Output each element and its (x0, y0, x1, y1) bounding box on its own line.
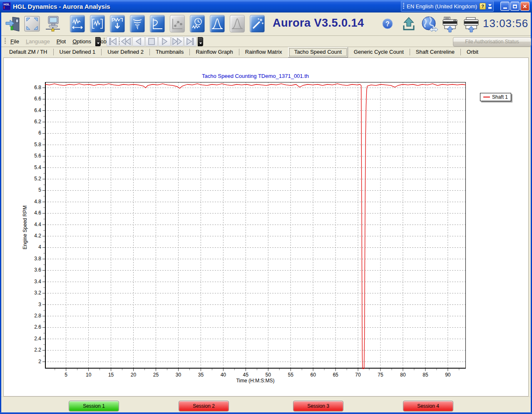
tab-default-zm-th[interactable]: Default ZM / TH (3, 47, 53, 57)
language-help-icon[interactable]: ? (480, 3, 486, 10)
tab-rainflow-graph[interactable]: Rainflow Graph (190, 47, 239, 57)
cycle-count-disabled-button[interactable] (230, 15, 245, 32)
fullscreen-button[interactable] (24, 15, 40, 32)
y-tick-label: 6.8 (25, 85, 41, 90)
close-button[interactable]: ✕ (520, 2, 530, 11)
upload-button[interactable] (401, 16, 417, 32)
y-tick-label: 6 (25, 130, 41, 136)
menu-file[interactable]: File (7, 37, 22, 46)
menubar-grip[interactable] (5, 38, 6, 45)
exit-button[interactable] (5, 15, 22, 32)
y-tick-label: 5.6 (25, 153, 41, 159)
tab-orbit[interactable]: Orbit (461, 47, 484, 57)
y-tick-label: 4 (25, 244, 41, 250)
clock-display: 13:03:56 (483, 17, 528, 30)
stop-button[interactable] (145, 37, 158, 46)
x-tick-label: 40 (213, 372, 234, 378)
tab-rainflow-matrix[interactable]: Rainflow Matrix (239, 47, 288, 57)
minimize-button[interactable] (500, 2, 510, 11)
menu-plot[interactable]: Plot (53, 37, 69, 46)
rainflow-graph-button[interactable] (150, 15, 165, 32)
fast-rewind-icon (120, 37, 131, 45)
tornado-plot-button[interactable] (130, 15, 145, 32)
y-tick-label: 4.4 (25, 222, 41, 227)
x-tick-label: 10 (78, 372, 99, 378)
door-exit-icon (5, 15, 22, 32)
app-icon: HGL (2, 2, 11, 10)
magic-wand-button[interactable] (250, 15, 265, 32)
fast-forward-button[interactable] (171, 37, 184, 46)
y-tick-label: 4.6 (25, 210, 41, 216)
menu-options[interactable]: Options (69, 37, 94, 46)
cycle-count-button[interactable] (210, 15, 225, 32)
block-capture-button[interactable] (90, 15, 105, 32)
menubar-overflow-button[interactable] (95, 37, 101, 46)
plot-area[interactable]: Shaft 1 (45, 82, 466, 369)
language-options-icon[interactable] (488, 4, 492, 9)
legend-line-swatch (483, 97, 490, 97)
session-2-button[interactable]: Session 2 (179, 401, 229, 412)
chart-title: Tacho Speed Counting TDemo_1371_001.th (45, 73, 466, 79)
upload-icon (401, 16, 416, 32)
network-button[interactable] (45, 15, 61, 32)
step-back-icon (134, 37, 143, 45)
x-tick-label: 55 (280, 372, 301, 378)
menu-language[interactable]: Language (22, 37, 53, 46)
step-forward-icon (160, 37, 169, 45)
language-bar[interactable]: EN English (United Kingdom) ? (401, 1, 494, 12)
session-bar: Session 1Session 2Session 3Session 4 (1, 397, 531, 412)
y-tick-label: 3.8 (25, 256, 41, 262)
fast-rewind-button[interactable] (119, 37, 132, 46)
bracket-waveform-icon (90, 17, 104, 31)
fast-forward-icon (172, 37, 183, 45)
capture-download-button[interactable] (110, 15, 125, 32)
y-tick-label: 3.4 (25, 279, 41, 284)
file-authorisation-status-button[interactable]: File Authorisation Status (453, 37, 531, 47)
x-tick-label: 80 (393, 372, 413, 378)
network-computer-icon (45, 15, 61, 32)
time-history-icon (70, 17, 85, 31)
titlebar: HGL HGL Dynamics - Aurora Analysis EN En… (0, 0, 532, 12)
playback-overflow-button[interactable] (198, 37, 203, 46)
x-tick-label: 25 (146, 372, 167, 378)
y-tick-label: 5 (25, 187, 41, 193)
legend-label: Shaft 1 (492, 94, 508, 100)
time-history-button[interactable] (70, 15, 85, 32)
y-tick-label: 2.8 (25, 313, 41, 319)
x-tick-label: 20 (123, 372, 144, 378)
print-button-1[interactable] (440, 16, 460, 33)
language-bar-grip[interactable] (403, 3, 404, 10)
tab-generic-cycle-count[interactable]: Generic Cycle Count (348, 47, 410, 57)
clock-waveform-icon (190, 17, 204, 31)
main-toolbar: Aurora V3.5.0.14 ? (1, 12, 531, 36)
language-indicator[interactable]: EN English (United Kingdom) (407, 3, 477, 10)
tab-tacho-speed-count[interactable]: Tacho Speed Count (288, 47, 348, 57)
help-icon: ? (382, 18, 393, 30)
print-button-2[interactable] (462, 16, 481, 33)
help-button[interactable]: ? (381, 17, 394, 30)
session-4-button[interactable]: Session 4 (403, 401, 453, 412)
svg-text:?: ? (385, 20, 390, 27)
tornado-icon (130, 17, 144, 31)
skip-to-end-button[interactable] (184, 37, 196, 46)
step-forward-button[interactable] (158, 37, 171, 46)
tacho-clock-button[interactable] (190, 15, 205, 32)
tab-user-defined-1[interactable]: User Defined 1 (54, 47, 102, 57)
playback-toolbar-grip[interactable] (104, 38, 105, 45)
tab-thumbnails[interactable]: Thumbnails (150, 47, 189, 57)
session-1-button[interactable]: Session 1 (69, 401, 119, 412)
x-tick-label: 15 (101, 372, 122, 378)
tab-user-defined-2[interactable]: User Defined 2 (102, 47, 149, 57)
x-tick-label: 90 (438, 372, 458, 378)
maximize-button[interactable] (510, 2, 520, 11)
scatter-plot-button[interactable] (170, 15, 185, 32)
globe-button[interactable] (420, 15, 439, 34)
y-tick-label: 2 (25, 359, 41, 364)
y-tick-label: 5.8 (25, 142, 41, 147)
step-back-button[interactable] (132, 37, 145, 46)
skip-to-start-button[interactable] (107, 37, 119, 46)
x-tick-label: 45 (235, 372, 256, 378)
session-3-button[interactable]: Session 3 (293, 401, 343, 412)
tab-shaft-centreline[interactable]: Shaft Centreline (410, 47, 460, 57)
cycle-peak-icon (210, 17, 224, 31)
